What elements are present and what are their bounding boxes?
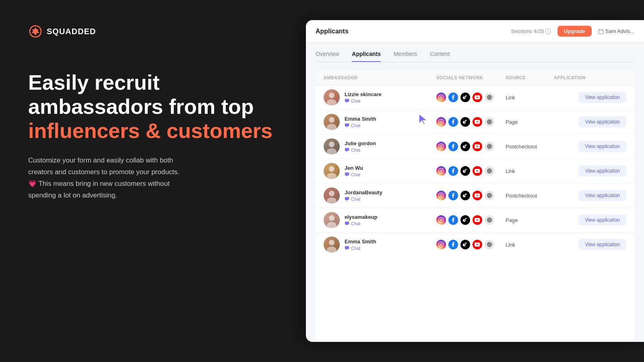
ambassador-name: Lizzie skincare <box>345 91 382 97</box>
svg-point-36 <box>442 194 443 194</box>
table-row: elysamakeup Chat <box>316 208 634 232</box>
chat-icon <box>345 221 349 226</box>
top-bar-right: Sessions 4/20 i Upgrade Sam Advis... <box>511 26 634 37</box>
ambassador-info: Emma Smith Chat <box>345 116 376 128</box>
socials-cell <box>436 117 506 127</box>
tabs[interactable]: Overview Applicants Members Content <box>316 51 634 62</box>
svg-point-49 <box>440 244 442 246</box>
svg-point-29 <box>442 169 443 170</box>
avatar <box>324 163 340 179</box>
instagram-icon <box>436 191 446 200</box>
sessions-info: Sessions 4/20 i <box>511 28 551 34</box>
view-application-button[interactable]: View application <box>578 92 626 103</box>
svg-point-5 <box>327 99 336 105</box>
svg-point-35 <box>440 195 442 197</box>
ambassador-info: Lizzie skincare Chat <box>345 91 382 103</box>
chat-badge: Chat <box>345 148 376 152</box>
chat-badge: Chat <box>345 246 376 251</box>
svg-point-4 <box>329 93 334 98</box>
ambassador-name: elysamakeup <box>345 214 378 220</box>
application-cell: View application <box>554 92 626 103</box>
svg-point-18 <box>329 142 334 147</box>
tab-applicants[interactable]: Applicants <box>352 51 381 62</box>
tiktok-icon <box>460 117 470 127</box>
col-source: Source <box>506 75 554 80</box>
facebook-icon <box>448 166 458 176</box>
view-application-button[interactable]: View application <box>578 141 626 152</box>
facebook-icon <box>448 240 458 249</box>
tab-content[interactable]: Content <box>430 51 450 62</box>
col-ambassador: Ambassador <box>324 75 436 80</box>
chat-icon <box>345 197 349 202</box>
svg-rect-6 <box>439 95 444 100</box>
avatar <box>324 89 340 105</box>
ambassador-info: Julie gordon Chat <box>345 140 376 152</box>
facebook-icon <box>448 215 458 225</box>
youtube-icon <box>473 93 482 102</box>
tab-overview[interactable]: Overview <box>316 51 339 62</box>
web-icon <box>485 240 494 249</box>
tab-members[interactable]: Members <box>394 51 417 62</box>
facebook-icon <box>448 117 458 127</box>
chat-icon <box>345 172 349 177</box>
web-icon <box>485 142 494 151</box>
instagram-icon <box>436 215 446 225</box>
avatar <box>324 114 340 130</box>
ambassador-name: JordanaBeauty <box>345 189 382 195</box>
upgrade-button[interactable]: Upgrade <box>557 26 592 37</box>
source-cell: Postcheckout <box>506 144 554 150</box>
socials-cell <box>436 93 506 102</box>
chat-badge: Chat <box>345 99 382 103</box>
svg-point-26 <box>327 173 336 179</box>
tiktok-icon <box>460 93 470 102</box>
ambassador-cell: Emma Smith Chat <box>324 237 436 253</box>
avatar <box>324 237 340 253</box>
svg-point-22 <box>442 145 443 145</box>
chat-icon <box>345 148 349 152</box>
view-application-button[interactable]: View application <box>578 239 626 250</box>
ambassador-info: Emma Smith Chat <box>345 239 376 251</box>
ambassador-cell: elysamakeup Chat <box>324 212 436 228</box>
view-application-button[interactable]: View application <box>578 116 626 128</box>
avatar <box>324 212 340 228</box>
table-row: Jen Wu Chat Link <box>316 159 634 183</box>
application-cell: View application <box>554 141 626 152</box>
calendar-icon <box>598 29 604 34</box>
ambassador-cell: JordanaBeauty Chat <box>324 187 436 204</box>
tiktok-icon <box>460 142 470 151</box>
view-application-button[interactable]: View application <box>578 165 626 177</box>
info-icon: i <box>545 29 551 34</box>
table-row: JordanaBeauty Chat <box>316 183 634 208</box>
ambassador-name: Julie gordon <box>345 140 376 146</box>
ambassador-cell: Emma Smith Chat <box>324 114 436 130</box>
tiktok-icon <box>460 215 470 225</box>
application-cell: View application <box>554 214 626 226</box>
view-application-button[interactable]: View application <box>578 190 626 201</box>
source-cell: Link <box>506 168 554 174</box>
source-cell: Postcheckout <box>506 193 554 199</box>
left-panel: SQUADDED Easily recruit ambassadors from… <box>0 0 306 362</box>
svg-point-8 <box>442 96 443 96</box>
facebook-icon <box>448 191 458 200</box>
svg-point-7 <box>440 97 442 99</box>
view-application-button[interactable]: View application <box>578 214 626 226</box>
svg-point-11 <box>329 117 334 123</box>
content-area: Overview Applicants Members Content Amba… <box>306 43 644 342</box>
svg-point-12 <box>327 124 336 130</box>
svg-rect-20 <box>439 144 444 149</box>
youtube-icon <box>473 240 482 249</box>
svg-rect-41 <box>439 218 444 222</box>
svg-point-32 <box>329 191 334 196</box>
app-window: Applicants Sessions 4/20 i Upgrade Sam A… <box>306 20 644 342</box>
table-header: Ambassador Socials Network Source Applic… <box>316 70 634 85</box>
headline: Easily recruit ambassadors from top infl… <box>28 71 278 143</box>
svg-point-39 <box>329 215 334 221</box>
ambassador-info: elysamakeup Chat <box>345 214 378 226</box>
application-cell: View application <box>554 116 626 128</box>
ambassador-cell: Lizzie skincare Chat <box>324 89 436 105</box>
youtube-icon <box>473 215 482 225</box>
svg-point-46 <box>329 240 334 245</box>
svg-rect-27 <box>439 169 444 173</box>
user-label: Sam Advis... <box>598 28 634 34</box>
ambassador-name: Emma Smith <box>345 116 376 122</box>
